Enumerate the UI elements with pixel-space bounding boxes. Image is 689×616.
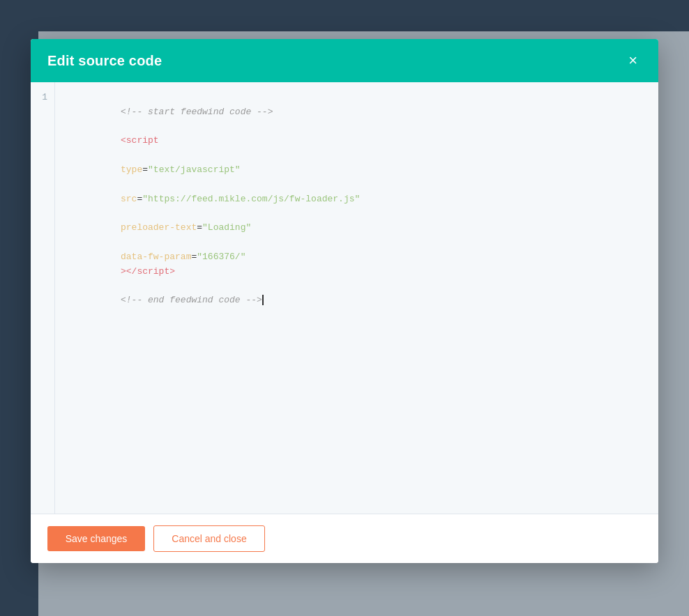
modal-body: 1 <!-- start feedwind code --> <script t… (31, 82, 658, 514)
attr-fw-param: data-fw-param (121, 252, 191, 262)
attr-preloader: preloader-text (121, 222, 197, 233)
text-cursor (262, 295, 264, 305)
code-space4 (121, 208, 126, 218)
code-space6 (121, 280, 126, 291)
close-icon: × (628, 53, 637, 68)
save-changes-button[interactable]: Save changes (47, 526, 145, 551)
code-space2 (121, 150, 126, 160)
modal-title: Edit source code (47, 53, 162, 69)
comment-start: <!-- start feedwind code --> (121, 107, 273, 117)
code-editor[interactable]: <!-- start feedwind code --> <script typ… (55, 82, 658, 514)
code-space (121, 121, 126, 132)
modal-footer: Save changes Cancel and close (31, 514, 658, 563)
attr-fw-param-val: "166376/" (197, 252, 245, 262)
modal-overlay: Edit source code × 1 <!-- start feedwind… (0, 0, 689, 616)
attr-src: src (121, 194, 137, 204)
attr-preloader-val: "Loading" (202, 222, 251, 233)
line-number-1: 1 (42, 91, 47, 105)
line-numbers: 1 (31, 82, 55, 514)
tag-open: <script (121, 135, 159, 146)
modal-header: Edit source code × (31, 39, 658, 82)
attr-src-val: "https://feed.mikle.com/js/fw-loader.js" (142, 194, 360, 204)
tag-close-slash: ></script> (121, 266, 175, 277)
attr-type-val: "text/javascript" (148, 164, 241, 175)
comment-end: <!-- end feedwind code --> (121, 295, 262, 305)
modal-close-button[interactable]: × (624, 52, 642, 70)
cancel-close-button[interactable]: Cancel and close (153, 525, 265, 552)
code-line-1: <!-- start feedwind code --> <script typ… (66, 91, 647, 323)
attr-type: type (121, 164, 142, 175)
code-space3 (121, 179, 126, 190)
modal-dialog: Edit source code × 1 <!-- start feedwind… (31, 39, 658, 563)
code-space5 (121, 237, 126, 247)
